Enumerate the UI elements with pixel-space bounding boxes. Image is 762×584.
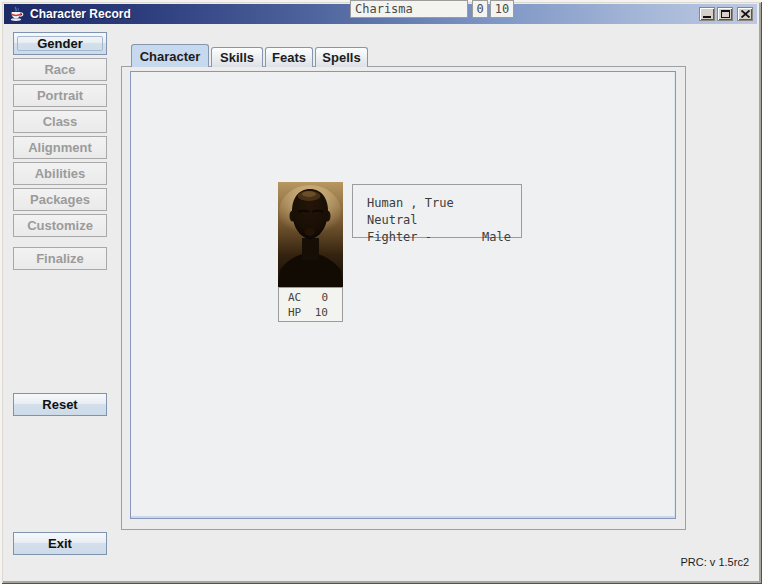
ac-value: 0 (310, 290, 328, 305)
maximize-icon (721, 10, 730, 18)
ac-line: AC 0 (279, 290, 342, 305)
tab-skills[interactable]: Skills (211, 47, 263, 67)
tab-bar: Character Skills Feats Spells (131, 44, 370, 67)
maximize-button[interactable] (717, 7, 733, 21)
ability-score: 10 (490, 0, 514, 18)
summary-race-alignment: Human , True Neutral (367, 195, 511, 229)
close-icon (741, 10, 750, 18)
ac-label: AC (288, 290, 310, 305)
summary-class-gender: Fighter - Male (367, 229, 511, 246)
tab-spells[interactable]: Spells (315, 47, 368, 67)
ability-row-charisma: Charisma 0 10 (350, 0, 520, 18)
ability-name: Charisma (350, 0, 468, 18)
summary-class: Fighter - (367, 229, 432, 246)
version-label: PRC: v 1.5rc2 (681, 556, 749, 568)
sidebar-button-abilities[interactable]: Abilities (13, 162, 107, 185)
character-portrait (278, 182, 343, 287)
combat-stats-box: AC 0 HP 10 (278, 287, 343, 322)
character-summary-panel (130, 71, 676, 519)
hp-line: HP 10 (279, 305, 342, 320)
tab-feats[interactable]: Feats (265, 47, 313, 67)
sidebar-button-class[interactable]: Class (13, 110, 107, 133)
sidebar-button-packages[interactable]: Packages (13, 188, 107, 211)
java-coffee-cup-icon (8, 6, 24, 22)
sidebar: Gender Race Portrait Class Alignment Abi… (13, 32, 107, 273)
summary-gender: Male (482, 229, 511, 246)
reset-button[interactable]: Reset (13, 393, 107, 416)
window-controls (699, 7, 753, 21)
sidebar-button-portrait[interactable]: Portrait (13, 84, 107, 107)
sidebar-button-finalize[interactable]: Finalize (13, 247, 107, 270)
exit-button[interactable]: Exit (13, 532, 107, 555)
hp-label: HP (288, 305, 310, 320)
character-summary-box: Human , True Neutral Fighter - Male (352, 184, 522, 238)
sidebar-button-gender[interactable]: Gender (13, 32, 107, 55)
minimize-button[interactable] (699, 7, 715, 21)
close-button[interactable] (737, 7, 753, 21)
ability-mod: 0 (472, 0, 488, 18)
character-record-window: Character Record Gender Race Portrait Cl… (0, 0, 762, 584)
hp-value: 10 (310, 305, 328, 320)
minimize-icon (703, 16, 711, 18)
sidebar-button-alignment[interactable]: Alignment (13, 136, 107, 159)
sidebar-button-customize[interactable]: Customize (13, 214, 107, 237)
tab-character[interactable]: Character (131, 44, 209, 67)
sidebar-button-race[interactable]: Race (13, 58, 107, 81)
